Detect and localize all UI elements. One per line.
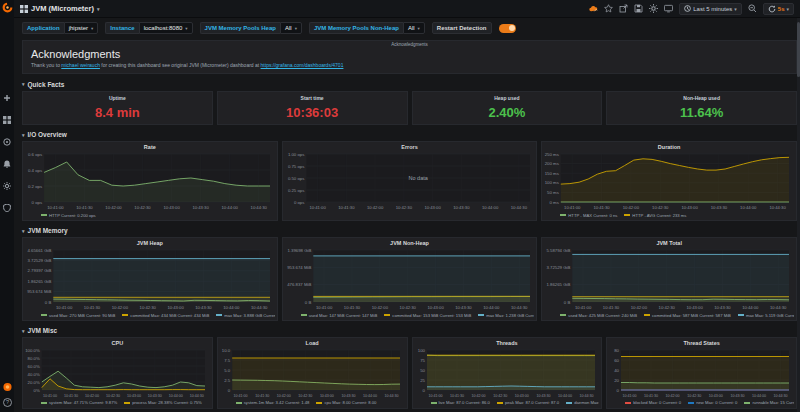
- svg-text:10:41:00: 10:41:00: [564, 205, 581, 210]
- zoom-out-icon[interactable]: [748, 4, 757, 13]
- panel-title[interactable]: JVM Non-Heap: [285, 239, 535, 247]
- panel-title[interactable]: Load: [220, 339, 405, 347]
- legend-item[interactable]: committed Max: 153 MiB Current: 153 MiB: [384, 313, 471, 318]
- main-area: JVM (Micrometer) ▾ Last 5 mi: [14, 0, 800, 412]
- dashboard-title: JVM (Micrometer): [31, 4, 94, 13]
- variable-restart-detection: Restart Detection: [432, 22, 492, 34]
- svg-text:10:43:00: 10:43:00: [709, 393, 723, 397]
- legend-item[interactable]: HTTP - AVG Current: 233 ms: [624, 213, 686, 218]
- panel-title[interactable]: Thread States: [609, 339, 794, 347]
- save-icon[interactable]: [634, 4, 643, 13]
- legend-series-color: [566, 402, 572, 404]
- heap-pools-dropdown[interactable]: All▾: [280, 22, 302, 34]
- acknowledgments-panel-title[interactable]: Acknowledgments: [23, 42, 796, 47]
- chevron-down-icon: ▾: [22, 132, 25, 138]
- legend-item[interactable]: max Max: 3.888 GiB Current: 3.888 GiB: [216, 313, 274, 318]
- panel-title[interactable]: JVM Heap: [25, 239, 275, 247]
- svg-text:10.0: 10.0: [222, 348, 231, 353]
- legend-item[interactable]: cpu Max: 8.00 Current: 8.00: [316, 400, 376, 405]
- row-header-io-overview[interactable]: ▾ I/O Overview: [22, 130, 797, 139]
- dashboard-title-group[interactable]: JVM (Micrometer) ▾: [20, 4, 99, 13]
- author-link[interactable]: michael weirauch: [61, 62, 100, 68]
- legend-item[interactable]: HTTP - MAX Current: 0 ns: [560, 213, 617, 218]
- panel-title[interactable]: Rate: [25, 143, 275, 151]
- nonheap-pools-dropdown[interactable]: All▾: [403, 22, 425, 34]
- svg-text:0: 0: [617, 388, 620, 393]
- cloud-icon[interactable]: [589, 4, 598, 13]
- legend-item[interactable]: blocked Max: 0 Current: 0: [625, 400, 681, 405]
- instance-dropdown[interactable]: localhost:8080▾: [139, 22, 193, 34]
- jvm-nonheap-legend: used Max: 147 MiB Current: 147 MiBcommit…: [285, 311, 535, 319]
- explore-compass-icon[interactable]: [3, 137, 12, 146]
- legend-item[interactable]: live Max: 87.0 Current: 86.0: [431, 400, 490, 405]
- graph-panel-cpu: CPU 0%20.0%40.0%60.0%80.0%100.0%10:41:00…: [22, 337, 213, 409]
- panel-title[interactable]: JVM Total: [544, 239, 794, 247]
- heap-pools-label: JVM Memory Pools Heap: [200, 22, 280, 34]
- stat-panel-nonheap-used[interactable]: Non-Heap used 11.64%: [606, 91, 797, 126]
- svg-text:10:44:00: 10:44:00: [363, 393, 377, 397]
- dashboards-grid-icon[interactable]: [3, 115, 12, 124]
- grafana-logo-icon[interactable]: [2, 2, 13, 13]
- legend-series-color: [384, 314, 390, 316]
- legend-item[interactable]: used Max: 270 MiB Current: 90 MiB: [41, 313, 115, 318]
- panel-title[interactable]: Threads: [415, 339, 600, 347]
- legend-item[interactable]: system-1m Max: 3.42 Current: 1.48: [236, 400, 310, 405]
- legend-item[interactable]: daemon Max: 9.0 Current: 8.0: [566, 400, 599, 405]
- panel-title[interactable]: CPU: [25, 339, 210, 347]
- create-plus-icon[interactable]: [3, 93, 12, 102]
- panel-title[interactable]: Errors: [285, 143, 535, 151]
- svg-text:10:41:00: 10:41:00: [428, 393, 442, 397]
- svg-text:80.0%: 80.0%: [28, 356, 40, 361]
- legend-item[interactable]: max Max: 5.119 GiB Current: 5.119 GiB: [738, 313, 794, 318]
- row-header-jvm-memory[interactable]: ▾ JVM Memory: [22, 226, 797, 235]
- stat-panel-heap-used[interactable]: Heap used 2.40%: [412, 91, 603, 126]
- settings-gear-icon[interactable]: [649, 4, 658, 13]
- time-range-label: Last 5 minutes: [693, 6, 732, 12]
- row-header-quick-facts[interactable]: ▾ Quick Facts: [22, 80, 797, 89]
- server-admin-shield-icon[interactable]: [3, 203, 12, 212]
- legend-series-color: [431, 402, 437, 404]
- legend-item[interactable]: max Max: 1.238 GiB Current: 1.238 GiB: [478, 313, 534, 318]
- tv-kiosk-icon[interactable]: [664, 4, 673, 13]
- application-dropdown[interactable]: jhipster▾: [64, 22, 99, 34]
- refresh-picker[interactable]: 5s ▾: [763, 3, 794, 15]
- panel-title[interactable]: Duration: [544, 143, 794, 151]
- svg-text:10:43:30: 10:43:30: [453, 205, 470, 210]
- legend-item[interactable]: committed Max: 434 MiB Current: 434 MiB: [122, 313, 209, 318]
- share-icon[interactable]: [619, 4, 628, 13]
- legend-item[interactable]: peak Max: 87.0 Current: 87.0: [497, 400, 559, 405]
- restart-detection-toggle[interactable]: [499, 24, 516, 33]
- alerting-bell-icon[interactable]: [3, 159, 12, 168]
- legend-item[interactable]: used Max: 425 MiB Current: 240 MiB: [560, 313, 637, 318]
- cpu-chart: 0%20.0%40.0%60.0%80.0%100.0%10:41:0010:4…: [25, 347, 210, 399]
- time-range-caret-icon: ▾: [734, 6, 737, 12]
- dashboard-url-link[interactable]: https://grafana.com/dashboards/4701: [261, 62, 344, 68]
- time-range-picker[interactable]: Last 5 minutes ▾: [679, 3, 742, 15]
- svg-text:10:42:30: 10:42:30: [687, 393, 701, 397]
- help-icon[interactable]: ?: [3, 398, 12, 407]
- legend-item[interactable]: process Max: 28.38% Current: 0.75%: [124, 400, 202, 405]
- legend-item[interactable]: HTTP Current: 0.200 ops: [41, 213, 96, 218]
- svg-text:10:44:30: 10:44:30: [770, 305, 787, 310]
- legend-item[interactable]: runnable Max: 15 Current: 14: [744, 400, 794, 405]
- legend-item[interactable]: used Max: 147 MiB Current: 147 MiB: [301, 313, 378, 318]
- legend-series-text: peak Max: 87.0 Current: 87.0: [505, 400, 559, 405]
- legend-item[interactable]: committed Max: 587 MiB Current: 587 MiB: [644, 313, 731, 318]
- legend-series-color: [236, 402, 242, 404]
- legend-series-color: [122, 314, 128, 316]
- stat-panel-start-time[interactable]: Start time 10:36:03: [217, 91, 408, 126]
- configuration-gear-icon[interactable]: [3, 181, 12, 190]
- star-icon[interactable]: [604, 4, 613, 13]
- jvm-misc-row: CPU 0%20.0%40.0%60.0%80.0%100.0%10:41:00…: [22, 337, 797, 409]
- jvm-heap-chart: 0 B953.674 MiB1.86265 GiB2.79397 GiB3.72…: [25, 247, 275, 311]
- row-header-jvm-misc[interactable]: ▾ JVM Misc: [22, 326, 797, 335]
- user-avatar[interactable]: [3, 382, 12, 391]
- legend-series-color: [644, 314, 650, 316]
- legend-item[interactable]: new Max: 0 Current: 0: [688, 400, 737, 405]
- svg-text:10:41:30: 10:41:30: [76, 205, 93, 210]
- svg-text:0.25 ops: 0.25 ops: [288, 188, 305, 193]
- svg-text:10:43:00: 10:43:00: [127, 393, 141, 397]
- stat-panel-uptime[interactable]: Uptime 8.4 min: [22, 91, 213, 126]
- legend-item[interactable]: system Max: 47.71% Current: 9.87%: [41, 400, 117, 405]
- rate-legend: HTTP Current: 0.200 ops: [25, 211, 275, 219]
